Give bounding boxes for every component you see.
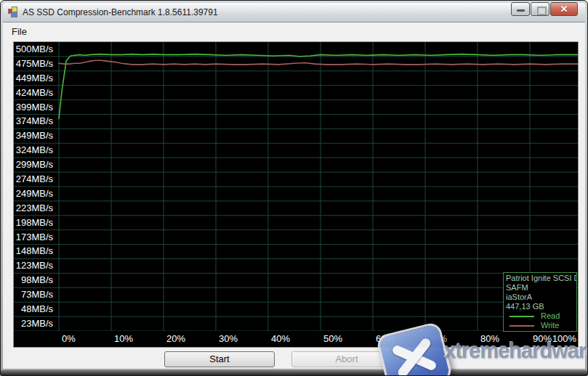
y-axis-label: 198MB/s bbox=[14, 216, 57, 230]
y-axis-label: 48MB/s bbox=[14, 302, 57, 316]
y-axis-label: 324MB/s bbox=[14, 143, 57, 158]
start-button[interactable]: Start bbox=[164, 351, 275, 367]
window-title: AS SSD Compression-Benchmark 1.8.5611.39… bbox=[23, 7, 218, 17]
legend-label-write: Write bbox=[541, 321, 559, 330]
y-axis-label: 123MB/s bbox=[14, 258, 57, 273]
x-axis-label: 0% bbox=[62, 331, 76, 347]
y-axis-label: 223MB/s bbox=[14, 201, 57, 216]
legend-device-line: SAFM bbox=[506, 283, 574, 293]
x-axis-label: 50% bbox=[323, 331, 342, 347]
window-bottom-edge bbox=[1, 370, 587, 375]
app-window: AS SSD Compression-Benchmark 1.8.5611.39… bbox=[0, 0, 588, 376]
close-button[interactable]: ✕ bbox=[550, 2, 578, 16]
menubar: File bbox=[3, 23, 585, 41]
legend-swatch-read bbox=[510, 316, 534, 317]
y-axis-label: 173MB/s bbox=[14, 230, 57, 245]
window-controls: ✕ bbox=[511, 2, 578, 16]
series-write-line bbox=[59, 60, 578, 65]
maximize-button[interactable] bbox=[531, 2, 549, 16]
chart-panel: 500MB/s475MB/s449MB/s424MB/s399MB/s374MB… bbox=[14, 42, 578, 347]
y-axis-label: 500MB/s bbox=[14, 42, 57, 57]
legend-swatch-write bbox=[510, 325, 534, 327]
legend-device-line: 447,13 GB bbox=[506, 302, 574, 311]
y-axis-label: 399MB/s bbox=[14, 100, 57, 115]
y-axis-label: 475MB/s bbox=[14, 57, 57, 71]
x-axis-label: 10% bbox=[114, 331, 133, 347]
legend-entry-read: Read bbox=[506, 311, 574, 321]
x-axis-label: 40% bbox=[271, 331, 290, 347]
y-axis-label: 148MB/s bbox=[14, 244, 57, 258]
legend-device-line: iaStorA bbox=[506, 293, 574, 302]
legend: Patriot Ignite SCSI D SAFM iaStorA 447,1… bbox=[503, 272, 577, 332]
y-axis-label: 249MB/s bbox=[14, 187, 57, 201]
watermark-text: xtremehardware.com bbox=[444, 339, 588, 363]
y-axis-label: 449MB/s bbox=[14, 71, 57, 86]
menu-item-file[interactable]: File bbox=[5, 24, 33, 39]
x-axis-label: 30% bbox=[219, 331, 238, 347]
y-axis-label: 73MB/s bbox=[14, 287, 57, 302]
winforms-app-icon bbox=[7, 7, 19, 18]
y-axis-label: 299MB/s bbox=[14, 158, 57, 172]
close-icon: ✕ bbox=[551, 4, 577, 15]
legend-label-read: Read bbox=[541, 311, 560, 321]
y-axis-label: 424MB/s bbox=[14, 86, 57, 100]
y-axis: 500MB/s475MB/s449MB/s424MB/s399MB/s374MB… bbox=[14, 42, 57, 331]
y-axis-label: 374MB/s bbox=[14, 114, 57, 128]
legend-entry-write: Write bbox=[506, 321, 574, 330]
minimize-icon bbox=[517, 9, 525, 12]
titlebar[interactable]: AS SSD Compression-Benchmark 1.8.5611.39… bbox=[3, 3, 585, 23]
y-axis-label: 274MB/s bbox=[14, 172, 57, 187]
minimize-button[interactable] bbox=[511, 2, 530, 16]
x-axis-label: 20% bbox=[166, 331, 185, 347]
y-axis-label: 349MB/s bbox=[14, 128, 57, 143]
maximize-icon bbox=[537, 7, 547, 15]
y-axis-label: 23MB/s bbox=[14, 316, 57, 331]
y-axis-label: 98MB/s bbox=[14, 273, 57, 287]
legend-device-line: Patriot Ignite SCSI D bbox=[506, 274, 574, 283]
plot-area bbox=[14, 42, 578, 331]
